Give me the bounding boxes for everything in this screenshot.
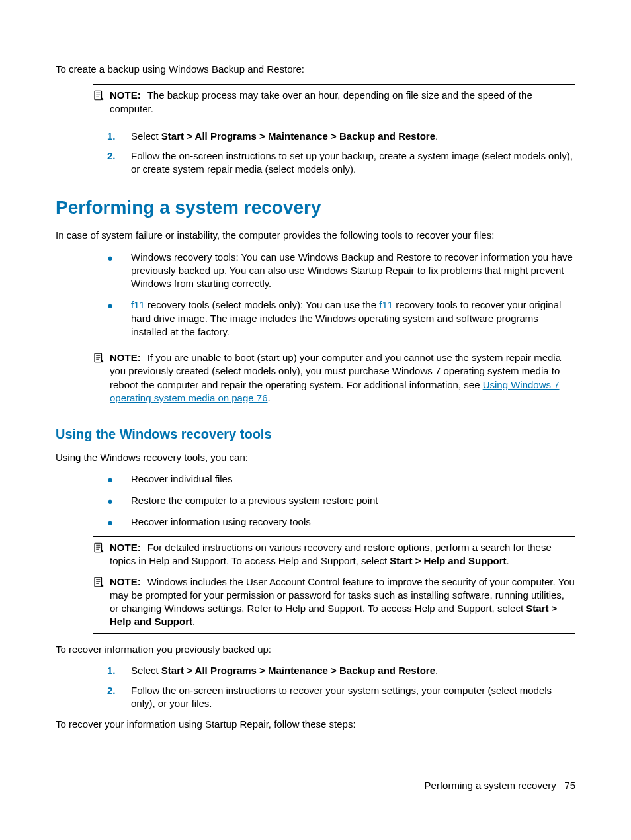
step-text: Follow the on-screen instructions to rec… [131, 684, 575, 711]
text: Select [131, 665, 161, 676]
note-icon [93, 89, 107, 116]
step-number: 1. [107, 664, 131, 677]
bullet-list-2: ● Recover individual files ● Restore the… [107, 472, 575, 528]
step-item: 1. Select Start > All Programs > Mainten… [107, 664, 575, 677]
list-item: ● Recover individual files [107, 472, 575, 485]
intro-text: To create a backup using Windows Backup … [56, 63, 575, 76]
bullet-icon: ● [107, 298, 131, 339]
body-text: In case of system failure or instability… [56, 229, 575, 242]
svg-rect-0 [95, 91, 102, 101]
bullet-icon: ● [107, 472, 131, 485]
bullet-icon: ● [107, 251, 131, 291]
svg-rect-3 [95, 577, 102, 587]
list-text: Recover individual files [131, 472, 575, 485]
bullet-icon: ● [107, 494, 131, 507]
step-text: Select Start > All Programs > Maintenanc… [131, 130, 575, 143]
step-number: 2. [107, 149, 131, 177]
list-text: Recover information using recovery tools [131, 515, 575, 528]
note-label: NOTE: [110, 89, 141, 101]
step-number: 2. [107, 684, 131, 711]
text: . [435, 665, 438, 676]
list-item: ● Windows recovery tools: You can use Wi… [107, 251, 575, 291]
note-body: NOTE:For detailed instructions on variou… [110, 541, 575, 568]
key-label: f11 [131, 299, 145, 310]
step-text: Follow the on-screen instructions to set… [131, 149, 575, 177]
note-label: NOTE: [110, 542, 141, 553]
text: recovery tools (select models only): You… [145, 299, 379, 310]
note-text: The backup process may take over an hour… [110, 89, 532, 114]
bullet-icon: ● [107, 515, 131, 528]
list-text: Windows recovery tools: You can use Wind… [131, 251, 575, 291]
body-text: Using the Windows recovery tools, you ca… [56, 451, 575, 464]
key-label: f11 [379, 299, 393, 310]
note-text: Windows includes the User Account Contro… [110, 576, 575, 614]
text: Select [131, 130, 161, 142]
text: . [267, 392, 270, 403]
heading-2: Using the Windows recovery tools [56, 425, 575, 443]
text: . [435, 130, 438, 142]
step-number: 1. [107, 130, 131, 143]
note-box-4: NOTE:Windows includes the User Account C… [93, 571, 575, 634]
text: . [507, 555, 509, 566]
svg-rect-1 [95, 353, 102, 362]
note-body: NOTE:Windows includes the User Account C… [110, 575, 575, 629]
step-item: 2. Follow the on-screen instructions to … [107, 684, 575, 711]
document-page: To create a backup using Windows Backup … [0, 0, 631, 731]
note-body: NOTE:If you are unable to boot (start up… [110, 351, 575, 405]
note-box-3: NOTE:For detailed instructions on variou… [93, 536, 575, 571]
list-text: Restore the computer to a previous syste… [131, 494, 575, 507]
menu-path: Start > All Programs > Maintenance > Bac… [161, 130, 435, 142]
list-text: f11 recovery tools (select models only):… [131, 298, 575, 339]
step-text: Select Start > All Programs > Maintenanc… [131, 664, 575, 677]
menu-path: Start > Help and Support [390, 555, 506, 566]
body-text: To recover information you previously ba… [56, 643, 575, 656]
bullet-list-1: ● Windows recovery tools: You can use Wi… [107, 251, 575, 339]
steps-list-2: 1. Select Start > All Programs > Mainten… [107, 664, 575, 711]
page-number: 75 [564, 780, 575, 791]
heading-1: Performing a system recovery [56, 195, 575, 220]
note-box-1: NOTE:The backup process may take over an… [93, 84, 575, 120]
steps-list-1: 1. Select Start > All Programs > Mainten… [107, 130, 575, 177]
text: . [192, 616, 195, 627]
menu-path: Start > All Programs > Maintenance > Bac… [161, 665, 435, 676]
note-box-2: NOTE:If you are unable to boot (start up… [93, 347, 575, 409]
svg-rect-2 [95, 543, 102, 552]
list-item: ● f11 recovery tools (select models only… [107, 298, 575, 339]
page-footer: Performing a system recovery 75 [425, 779, 575, 792]
note-icon [93, 575, 107, 629]
note-icon [93, 351, 107, 405]
list-item: ● Restore the computer to a previous sys… [107, 494, 575, 507]
body-text: To recover your information using Startu… [56, 718, 575, 731]
list-item: ● Recover information using recovery too… [107, 515, 575, 528]
footer-title: Performing a system recovery [425, 780, 556, 791]
step-item: 2. Follow the on-screen instructions to … [107, 149, 575, 177]
note-body: NOTE:The backup process may take over an… [110, 89, 575, 116]
note-label: NOTE: [110, 352, 141, 363]
step-item: 1. Select Start > All Programs > Mainten… [107, 130, 575, 143]
note-label: NOTE: [110, 576, 141, 587]
note-icon [93, 541, 107, 568]
